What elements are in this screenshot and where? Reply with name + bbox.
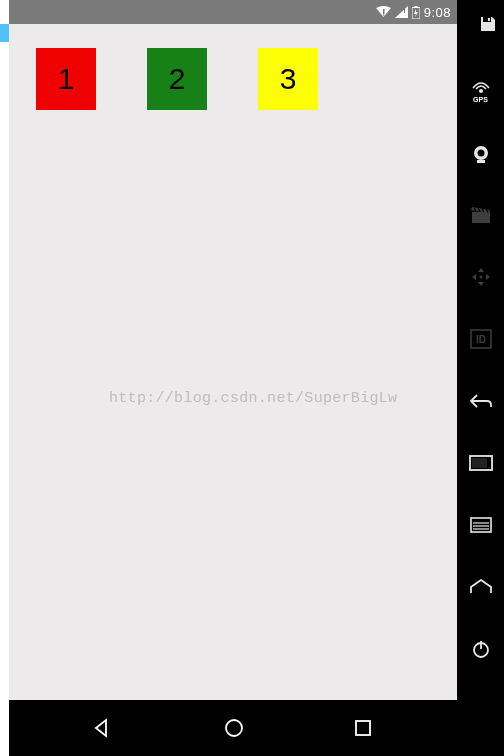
status-clock: 9:08 [424, 5, 451, 20]
svg-rect-2 [404, 9, 405, 13]
power-icon[interactable] [469, 637, 493, 661]
svg-point-11 [477, 150, 484, 157]
svg-point-5 [226, 720, 242, 736]
window-accent [0, 24, 9, 42]
window-edge [0, 0, 9, 756]
svg-rect-6 [356, 721, 370, 735]
svg-rect-8 [488, 18, 490, 21]
svg-point-14 [479, 276, 482, 279]
box-1[interactable]: 1 [36, 48, 96, 110]
watermark-text: http://blog.csdn.net/SuperBigLw [109, 390, 397, 407]
box-row: 1 2 3 [9, 24, 457, 110]
landscape-icon[interactable] [469, 451, 493, 475]
svg-rect-4 [414, 6, 417, 8]
box-3[interactable]: 3 [258, 48, 318, 110]
svg-text:ID: ID [476, 334, 486, 345]
app-content: 1 2 3 http://blog.csdn.net/SuperBigLw [9, 24, 457, 700]
navigation-bar [9, 700, 457, 756]
clapper-icon[interactable] [469, 203, 493, 227]
home-icon[interactable] [469, 575, 493, 599]
battery-charging-icon [412, 6, 420, 19]
save-icon[interactable] [476, 12, 500, 36]
svg-rect-12 [477, 160, 485, 163]
wifi-icon [376, 6, 391, 18]
status-bar: 9:08 [9, 0, 457, 24]
box-3-label: 3 [280, 62, 297, 96]
svg-point-1 [383, 14, 385, 16]
svg-point-9 [479, 89, 483, 93]
signal-icon [395, 6, 408, 18]
back-button[interactable] [92, 716, 116, 740]
back-icon[interactable] [469, 389, 493, 413]
box-1-label: 1 [58, 62, 75, 96]
emulator-toolbar: GPS ID [457, 0, 504, 756]
id-icon[interactable]: ID [469, 327, 493, 351]
camera-icon[interactable] [469, 141, 493, 165]
box-2[interactable]: 2 [147, 48, 207, 110]
box-2-label: 2 [169, 62, 186, 96]
gps-button[interactable]: GPS [469, 74, 493, 103]
menu-icon[interactable] [469, 513, 493, 537]
home-button[interactable] [222, 716, 246, 740]
device-screen: 9:08 1 2 3 http://blog.csdn.net/SuperBig… [9, 0, 457, 756]
svg-rect-13 [472, 212, 490, 223]
dpad-icon[interactable] [469, 265, 493, 289]
svg-rect-0 [383, 9, 385, 14]
svg-rect-18 [472, 458, 487, 468]
svg-rect-19 [471, 518, 491, 532]
recent-apps-button[interactable] [352, 717, 374, 739]
